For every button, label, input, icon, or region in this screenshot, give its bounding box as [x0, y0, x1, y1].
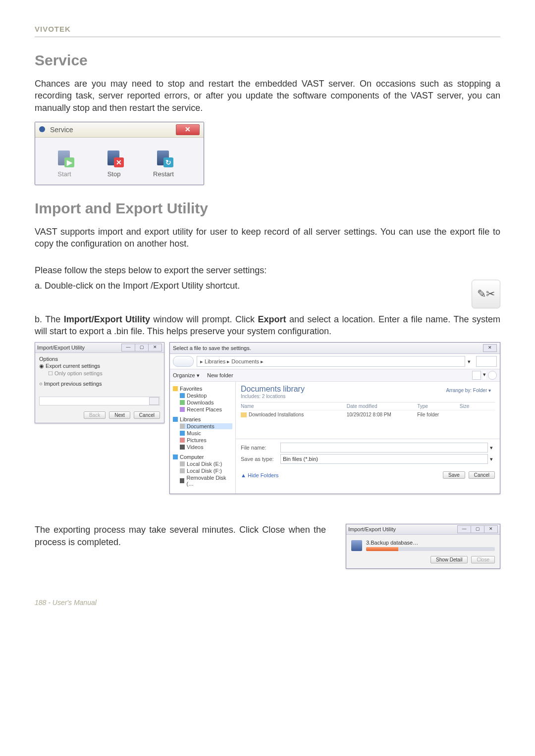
close-button: Close	[471, 556, 495, 563]
play-icon: ▶	[64, 157, 74, 167]
save-button[interactable]: Save	[443, 471, 465, 479]
maximize-icon[interactable]: ▢	[471, 525, 484, 533]
disk-icon	[180, 468, 185, 473]
arrange-by[interactable]: Arrange by: Folder ▾	[446, 388, 491, 393]
close-icon[interactable]: ✕	[484, 525, 498, 533]
heading-service: Service	[35, 52, 500, 69]
para-service: Chances are you may need to stop and res…	[35, 78, 500, 114]
filename-label: File name:	[241, 445, 280, 451]
heading-import: Import and Export Utility	[35, 200, 500, 217]
organize-menu[interactable]: Organize ▾	[173, 372, 200, 378]
nav-tree[interactable]: Favorites Desktop Downloads Recent Place…	[170, 382, 236, 494]
computer-icon	[173, 454, 178, 459]
nav-back-forward[interactable]	[173, 356, 194, 367]
step-b: b. The Import/Export Utility window will…	[35, 313, 500, 338]
step-b-mid1: window will prompt. Click	[150, 314, 258, 324]
import-export-shortcut-icon[interactable]: ✎✂	[472, 280, 500, 308]
close-icon[interactable]: ✕	[176, 124, 200, 135]
brand-label: VIVOTEK	[35, 25, 71, 33]
options-label: Options	[39, 356, 160, 362]
pictures-icon	[180, 438, 185, 443]
close-icon[interactable]: ✕	[148, 344, 162, 352]
steps-intro: Please follow the steps below to export …	[35, 264, 500, 276]
hide-folders-link[interactable]: ▲ Hide Folders	[241, 472, 278, 478]
start-label: Start	[47, 170, 82, 178]
para-import: VAST supports import and export utility …	[35, 226, 500, 250]
stop-icon: ✕	[114, 157, 124, 167]
desktop-icon	[180, 393, 185, 398]
documents-icon	[180, 424, 185, 429]
save-file-dialog: Select a file to save the settings. ✕ ▸ …	[169, 342, 500, 494]
service-dialog-title: Service	[39, 126, 73, 134]
browse-button[interactable]	[149, 397, 159, 405]
removable-icon	[180, 478, 184, 483]
col-size[interactable]: Size	[460, 403, 495, 409]
stop-button[interactable]: ✕ Stop	[97, 147, 131, 178]
service-dialog: Service ✕ ▶ Start ✕ Stop ↻ Restart	[35, 122, 204, 185]
saveas-field[interactable]: Bin files (*.bin)	[280, 454, 488, 464]
progress-title: Import/Export Utility	[348, 526, 396, 532]
service-icon	[39, 126, 45, 132]
progress-step: 3.Backup database…	[366, 540, 495, 546]
step-a: a. Double-click on the Import /Export Ut…	[35, 280, 462, 292]
maximize-icon[interactable]: ▢	[135, 344, 149, 352]
radio-export[interactable]: ◉ Export current settings	[39, 363, 160, 369]
stop-label: Stop	[97, 170, 131, 178]
downloads-icon	[180, 400, 185, 405]
progress-dialog: Import/Export Utility — ▢ ✕ 3.Backup dat…	[346, 524, 500, 569]
disk-icon	[351, 540, 362, 551]
minimize-icon[interactable]: —	[457, 525, 471, 533]
radio-export-sub[interactable]: ☐ Only option settings	[48, 370, 160, 377]
folder-icon	[241, 412, 247, 417]
minimize-icon[interactable]: —	[121, 344, 135, 352]
next-button[interactable]: Next	[109, 411, 130, 419]
help-icon[interactable]	[488, 371, 497, 380]
music-icon	[180, 431, 185, 436]
progress-bar	[366, 547, 495, 551]
cancel-button[interactable]: Cancel	[469, 471, 495, 479]
star-icon	[173, 386, 178, 391]
view-icon[interactable]	[472, 371, 481, 380]
library-sub: Includes: 2 locations	[241, 394, 495, 399]
filename-field[interactable]	[280, 443, 488, 453]
radio-import[interactable]: ○ Import previous settings	[39, 381, 160, 387]
restart-button[interactable]: ↻ Restart	[146, 147, 181, 178]
breadcrumb[interactable]: ▸ Libraries ▸ Documents ▸	[197, 356, 465, 367]
progress-para: The exporting process may take several m…	[35, 524, 326, 548]
import-export-wizard: Import/Export Utility — ▢ ✕ Options ◉ Ex…	[35, 342, 164, 423]
step-b-bold1: Import/Export Utility	[64, 314, 150, 324]
wizard-title: Import/Export Utility	[37, 345, 85, 351]
col-modified[interactable]: Date modified	[347, 403, 418, 409]
step-b-prefix: b. The	[35, 314, 64, 324]
service-dialog-title-text: Service	[50, 126, 73, 134]
cancel-button[interactable]: Cancel	[134, 411, 160, 419]
search-input[interactable]	[476, 356, 497, 367]
table-row[interactable]: Downloaded Installations 10/29/2012 8:08…	[241, 410, 495, 419]
recent-icon	[180, 407, 185, 412]
restart-icon: ↻	[163, 157, 173, 167]
col-type[interactable]: Type	[417, 403, 460, 409]
show-detail-button[interactable]: Show Detail	[430, 556, 468, 563]
save-dialog-title: Select a file to save the settings.	[173, 345, 251, 351]
libraries-icon	[173, 417, 178, 422]
videos-icon	[180, 445, 185, 450]
close-icon[interactable]: ✕	[483, 344, 497, 352]
restart-label: Restart	[146, 170, 181, 178]
col-name[interactable]: Name	[241, 403, 347, 409]
saveas-label: Save as type:	[241, 456, 280, 462]
start-button[interactable]: ▶ Start	[47, 147, 82, 178]
disk-icon	[180, 461, 185, 466]
page-footer: 188 - User's Manual	[35, 599, 500, 606]
back-button: Back	[84, 411, 106, 419]
new-folder-button[interactable]: New folder	[207, 372, 233, 378]
step-b-bold2: Export	[258, 314, 286, 324]
